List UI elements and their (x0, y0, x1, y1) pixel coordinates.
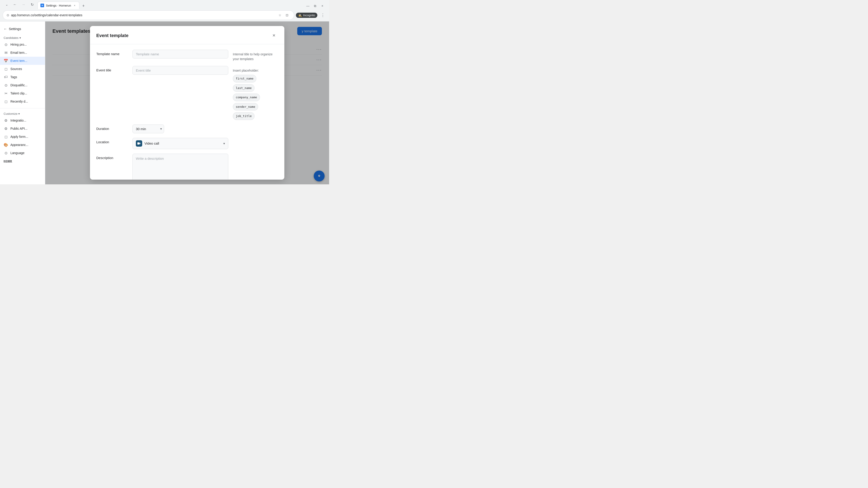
back-arrow-icon: ← (4, 27, 7, 31)
event-title-label: Event title (96, 66, 128, 72)
apply-form-icon: ◻ (4, 134, 8, 139)
tab-label: Settings · Homerun (46, 4, 71, 7)
sidebar-item-integrations[interactable]: ⚙ Integratio... (0, 116, 45, 125)
template-name-hint: Internal title to help organize your tem… (233, 50, 278, 61)
sources-icon: ◻ (4, 67, 8, 71)
event-template-modal: Event template × Template name Internal … (90, 26, 284, 180)
location-field: Video call ▾ (132, 138, 228, 149)
incognito-icon: 🕵 (298, 13, 302, 17)
disqualification-icon: ⊙ (4, 83, 8, 88)
sidebar-item-event-templates[interactable]: 📅 Event tem... (0, 57, 45, 65)
page-background: ← Settings Candidates ▾ ⊙ Hiring pro... … (0, 22, 329, 184)
sidebar-item-sources[interactable]: ◻ Sources (0, 65, 45, 73)
location-chevron-icon: ▾ (223, 142, 225, 145)
tags-icon: 🏷 (4, 75, 8, 79)
window-close-button[interactable]: × (319, 3, 326, 9)
sidebar-item-public-api[interactable]: ⚙ Public API... (0, 125, 45, 133)
template-name-label: Template name (96, 50, 128, 56)
insert-placeholder-label: Insert placeholder: (233, 68, 278, 73)
security-icon: ⊙ (6, 13, 9, 17)
event-templates-icon: 📅 (4, 59, 8, 63)
placeholder-sender-name[interactable]: sender_name (233, 103, 258, 111)
duration-hint (233, 125, 278, 127)
maximize-button[interactable]: ⧉ (312, 3, 318, 9)
section-chevron-icon: ▾ (20, 36, 21, 39)
sidebar-label-talent-clips: Talent clip... (10, 92, 27, 95)
sidebar-item-language[interactable]: ⊙ Language (0, 149, 45, 157)
tab-close-button[interactable]: × (73, 4, 76, 7)
talent-clips-icon: ✂ (4, 91, 8, 96)
active-tab[interactable]: H Settings · Homerun × (37, 2, 79, 9)
bookmark-button[interactable]: ☆ (277, 12, 283, 18)
template-name-input[interactable] (132, 50, 228, 59)
sidebar-item-email-templates[interactable]: ✉ Email tem... (0, 48, 45, 57)
sidebar-section-customize-title[interactable]: Customize ▾ (0, 111, 45, 116)
placeholder-job-title[interactable]: job_title (233, 112, 254, 120)
description-label: Description (96, 154, 128, 160)
sidebar-label-integrations: Integratio... (10, 119, 26, 122)
placeholder-first-name[interactable]: first_name (233, 75, 256, 83)
recently-deleted-icon: ◻ (4, 99, 8, 104)
sidebar-item-talent-clips[interactable]: ✂ Talent clip... (0, 89, 45, 97)
close-icon: × (273, 33, 276, 38)
location-text: Video call (145, 141, 221, 145)
tab-bar: ⌄ ← → ↻ H Settings · Homerun × + — ⧉ × (0, 0, 329, 9)
sidebar-label-sources: Sources (10, 67, 22, 71)
sidebar-label-disqualification: Disqualific... (10, 84, 27, 87)
placeholder-company-name[interactable]: company_name (233, 94, 260, 101)
incognito-label: Incognito (303, 13, 315, 17)
duration-select[interactable]: 15 min 30 min 45 min 60 min 90 min (132, 125, 164, 133)
event-title-input[interactable] (132, 66, 228, 75)
duration-label: Duration (96, 125, 128, 131)
address-bar[interactable]: ⊙ app.homerun.co/settings/calendar-event… (3, 10, 294, 20)
description-input[interactable] (132, 154, 228, 180)
svg-rect-0 (137, 142, 140, 144)
back-button[interactable]: ← (11, 1, 19, 8)
sidebar-item-disqualification[interactable]: ⊙ Disqualific... (0, 81, 45, 89)
tab-favicon: H (40, 4, 44, 7)
video-call-icon (136, 140, 142, 147)
sidebar-label-language: Language (10, 151, 24, 155)
modal-header: Event template × (90, 26, 284, 44)
sidebar-label-recently-deleted: Recently d... (10, 100, 28, 103)
main-content: Event templates y template ··· ··· ··· (45, 22, 329, 184)
placeholder-last-name[interactable]: last_name (233, 84, 254, 92)
modal-body: Template name Internal title to help org… (90, 44, 284, 180)
sidebar-item-recently-deleted[interactable]: ◻ Recently d... (0, 97, 45, 105)
address-bar-row: ⊙ app.homerun.co/settings/calendar-event… (0, 9, 329, 21)
sidebar-section-candidates-title[interactable]: Candidates ▾ (0, 35, 45, 40)
customize-chevron-icon: ▾ (18, 112, 20, 116)
hiring-process-icon: ⊙ (4, 42, 8, 47)
appearance-icon: 🎨 (4, 142, 8, 147)
sidebar-logo: HOMR (0, 158, 45, 162)
sidebar-label-hiring-process: Hiring pro... (10, 43, 27, 46)
forward-button[interactable]: → (20, 1, 27, 8)
modal-close-button[interactable]: × (270, 31, 278, 39)
sidebar-item-apply-form[interactable]: ◻ Apply form... (0, 133, 45, 141)
sidebar: ← Settings Candidates ▾ ⊙ Hiring pro... … (0, 22, 45, 184)
tab-list-button[interactable]: ⌄ (4, 1, 10, 8)
minimize-button[interactable]: — (305, 3, 311, 9)
sidebar-item-tags[interactable]: 🏷 Tags (0, 73, 45, 81)
duration-field: 15 min 30 min 45 min 60 min 90 min ▾ (132, 125, 228, 133)
duration-row: Duration 15 min 30 min 45 min 60 min 90 … (96, 125, 278, 133)
sidebar-label-appearance: Appearanc... (10, 143, 28, 147)
placeholder-chips: first_name last_name company_name sender… (233, 75, 278, 120)
event-title-field (132, 66, 228, 75)
sidebar-back-button[interactable]: ← Settings (0, 25, 45, 33)
sidebar-item-hiring-process[interactable]: ⊙ Hiring pro... (0, 40, 45, 48)
template-name-field (132, 50, 228, 59)
reload-button[interactable]: ↻ (29, 1, 36, 8)
reader-button[interactable]: ⊡ (284, 12, 290, 18)
description-row: Description (96, 154, 278, 180)
location-select[interactable]: Video call ▾ (132, 138, 228, 149)
browser-menu-button[interactable]: ⋮ (319, 11, 327, 19)
new-tab-button[interactable]: + (80, 3, 87, 9)
location-hint (233, 138, 278, 140)
sidebar-back-label: Settings (9, 27, 21, 31)
duration-select-wrapper: 15 min 30 min 45 min 60 min 90 min ▾ (132, 125, 164, 133)
browser-chrome: ⌄ ← → ↻ H Settings · Homerun × + — ⧉ × ⊙… (0, 0, 329, 22)
sidebar-item-appearance[interactable]: 🎨 Appearanc... (0, 141, 45, 149)
incognito-badge: 🕵 Incognito (296, 13, 317, 18)
modal-overlay: Event template × Template name Internal … (45, 22, 329, 184)
